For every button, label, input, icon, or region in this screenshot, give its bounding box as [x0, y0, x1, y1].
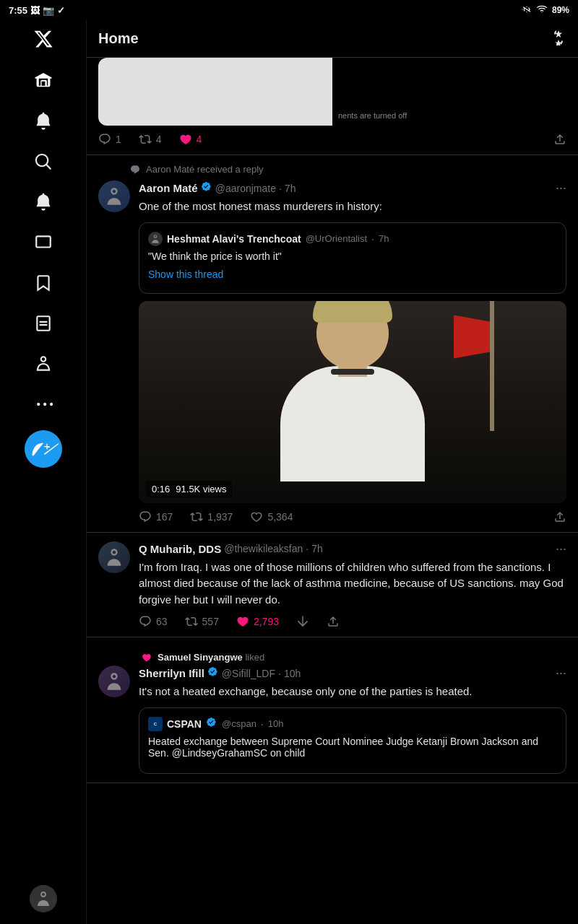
tweet-time-muharib: 7h: [311, 543, 323, 554]
like-action[interactable]: 4: [179, 133, 202, 146]
quote-tweet-cspan[interactable]: C CSPAN @cspan · 10h Heated exchange bet…: [139, 707, 566, 774]
quote-text-cspan: Heated exchange between Supreme Court No…: [148, 736, 557, 759]
status-icons-area: 89%: [522, 4, 569, 17]
video-right-panel: nents are turned off: [332, 58, 566, 126]
status-time-area: 7:55 🖼 📷 ✓: [9, 5, 65, 16]
like-count-aaron: 5,364: [267, 511, 293, 523]
reply-count-aaron: 167: [156, 511, 173, 523]
verified-icon-aaron: [201, 181, 212, 196]
tweet-time-sherrilyn: 10h: [284, 668, 301, 679]
reply-action-muharib[interactable]: 63: [139, 615, 168, 628]
tweet-handle-aaron: @aaronjmate: [215, 183, 276, 194]
tweet-text-aaron: One of the most honest mass murderers in…: [139, 199, 566, 215]
page-title: Home: [98, 30, 139, 47]
sidebar-item-notifications-bell[interactable]: [25, 183, 62, 221]
quote-time-heshmat: 7h: [379, 233, 389, 244]
tweet-handle-muharib: @thewikileaksfan: [224, 543, 303, 554]
quote-handle-cspan: @cspan: [222, 718, 256, 729]
share-action[interactable]: [553, 133, 566, 146]
check-icon: ✓: [57, 5, 65, 16]
like-count: 4: [197, 134, 202, 145]
tweet-name-sherrilyn: Sherrilyn Ifill: [139, 667, 204, 679]
verified-icon-cspan: [206, 717, 217, 731]
mute-icon: [522, 4, 532, 17]
retweet-count: 4: [156, 134, 162, 145]
more-button-aaron[interactable]: ···: [556, 180, 566, 196]
video-area-partial[interactable]: nents are turned off: [98, 58, 566, 126]
video-views: 91.5K views: [176, 484, 226, 494]
retweet-action-aaron[interactable]: 1,937: [190, 510, 233, 523]
tweet-body-muharib: Q Muharib, DDS @thewikileaksfan · 7h ···…: [98, 541, 566, 629]
download-action-muharib[interactable]: [296, 615, 309, 628]
sidebar-item-messages[interactable]: [25, 224, 62, 261]
like-action-aaron[interactable]: 5,364: [250, 510, 293, 523]
tweet-content-muharib: Q Muharib, DDS @thewikileaksfan · 7h ···…: [139, 541, 566, 629]
more-button-muharib[interactable]: ···: [556, 541, 566, 557]
sidebar-item-more[interactable]: [25, 385, 62, 423]
video-left-panel: [98, 58, 332, 126]
avatar-sherrilyn[interactable]: [98, 666, 130, 697]
wifi-icon: [536, 4, 548, 17]
sparkle-button[interactable]: [551, 30, 566, 48]
quote-avatar-heshmat: [148, 232, 163, 246]
tweet-user-info-aaron: Aaron Maté @aaronjmate · 7h: [139, 181, 296, 196]
video-overlay-info: 0:16 91.5K views: [146, 481, 232, 497]
like-notification-samuel: Samuel Sinyangwe liked: [98, 646, 566, 666]
twitter-logo[interactable]: [33, 29, 53, 52]
like-count-muharib: 2,793: [254, 616, 279, 627]
sidebar-item-notifications[interactable]: [25, 103, 62, 140]
retweet-count-muharib: 557: [202, 616, 219, 627]
reply-notification: Aaron Maté received a reply: [98, 164, 566, 175]
tweet-actions-aaron: 167 1,937 5,364: [139, 510, 566, 523]
tweet-sherrilyn: Samuel Sinyangwe liked Sherrilyn Ifill: [87, 637, 578, 783]
tweet-header-muharib: Q Muharib, DDS @thewikileaksfan · 7h ···: [139, 541, 566, 557]
sidebar-item-lists[interactable]: [25, 305, 62, 342]
retweet-action-muharib[interactable]: 557: [185, 615, 219, 628]
like-action-muharib[interactable]: 2,793: [236, 615, 279, 628]
tweet-header-sherrilyn: Sherrilyn Ifill @Sifill_LDF · 10h ···: [139, 666, 566, 681]
tweet-content-sherrilyn: Sherrilyn Ifill @Sifill_LDF · 10h ··· It…: [139, 666, 566, 774]
quote-header: Heshmat Alavi's Trenchcoat @UrOrientalis…: [148, 232, 557, 246]
quote-name-cspan: CSPAN: [167, 718, 202, 730]
retweet-action[interactable]: 4: [139, 133, 162, 146]
video-caption: nents are turned off: [338, 111, 407, 120]
sidebar: [0, 20, 87, 924]
tweet-partial: nents are turned off 1 4 4: [87, 58, 578, 155]
sidebar-item-search[interactable]: [25, 143, 62, 180]
avatar-aaron-mate[interactable]: [98, 180, 130, 212]
header: Home: [87, 20, 578, 58]
share-action-aaron[interactable]: [553, 510, 566, 523]
tweet-time-aaron: 7h: [285, 183, 296, 194]
compose-button[interactable]: [25, 430, 62, 468]
sidebar-item-home[interactable]: [25, 62, 62, 100]
gallery-icon: 🖼: [30, 5, 40, 16]
more-button-sherrilyn[interactable]: ···: [556, 666, 566, 681]
sidebar-item-profile[interactable]: [25, 345, 62, 383]
tweet-body-sherrilyn: Sherrilyn Ifill @Sifill_LDF · 10h ··· It…: [98, 666, 566, 774]
reply-count: 1: [116, 134, 121, 145]
sidebar-item-bookmarks[interactable]: [25, 264, 62, 302]
cspan-header: C CSPAN @cspan · 10h: [148, 717, 557, 731]
tweet-body-aaron: Aaron Maté @aaronjmate · 7h ··· One of t…: [98, 180, 566, 523]
user-avatar-sidebar[interactable]: [30, 885, 57, 912]
reply-notification-text: Aaron Maté received a reply: [146, 164, 264, 175]
status-bar: 7:55 🖼 📷 ✓ 89%: [0, 0, 578, 20]
tweet-name-muharib: Q Muharib, DDS: [139, 543, 221, 555]
quote-handle-heshmat: @UrOrientalist: [306, 233, 367, 244]
video-embed-aaron[interactable]: 0:16 91.5K views: [139, 301, 566, 503]
reply-action-aaron[interactable]: 167: [139, 510, 173, 523]
tweet-actions-partial: 1 4 4: [98, 133, 566, 146]
show-thread-link[interactable]: Show this thread: [148, 269, 223, 280]
tweet-content-aaron: Aaron Maté @aaronjmate · 7h ··· One of t…: [139, 180, 566, 523]
avatar-q-muharib[interactable]: [98, 541, 130, 573]
tweet-q-muharib: Q Muharib, DDS @thewikileaksfan · 7h ···…: [87, 533, 578, 638]
camera-icon: 📷: [43, 5, 54, 16]
cspan-logo: C: [148, 717, 163, 731]
tweet-actions-muharib: 63 557 2,793: [139, 615, 566, 628]
quote-tweet-heshmat[interactable]: Heshmat Alavi's Trenchcoat @UrOrientalis…: [139, 222, 566, 294]
battery-status: 89%: [552, 5, 569, 15]
tweet-header-aaron: Aaron Maté @aaronjmate · 7h ···: [139, 180, 566, 196]
share-action-muharib[interactable]: [327, 615, 340, 628]
tweet-name-aaron: Aaron Maté: [139, 182, 198, 194]
reply-action[interactable]: 1: [98, 133, 121, 146]
